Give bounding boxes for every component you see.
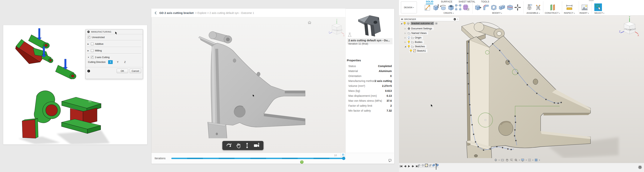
tree-row-named-views[interactable]: ▷ Named Views (404, 31, 428, 35)
fit-view-icon[interactable] (514, 158, 518, 162)
tab-sheet-metal[interactable]: SHEET METAL (458, 0, 475, 4)
timeline-body-feature[interactable] (421, 164, 424, 167)
milling-expand-icon[interactable]: ▶ (88, 50, 90, 52)
insert-group-label[interactable]: INSERT ▾ (580, 12, 589, 14)
direction-y-button[interactable]: Y (115, 60, 120, 64)
timeline-extrude-feature[interactable] (428, 164, 432, 167)
measure-button[interactable] (566, 4, 573, 11)
browser-header[interactable]: BROWSER ‖ (400, 17, 459, 21)
view-cube[interactable]: Y Z X FRONT RIGHT (619, 16, 640, 37)
settings-gear-icon[interactable] (638, 165, 642, 169)
tree-row-document-settings[interactable]: ▷ Document Settings (404, 26, 434, 30)
zoom-tool-icon[interactable] (510, 158, 513, 162)
workspace-selector[interactable]: DESIGN▾ (401, 2, 417, 13)
bulb-on-icon[interactable] (410, 49, 412, 52)
tree-row-bodies[interactable]: ▷ Bodies (404, 40, 424, 44)
collapsed-triangle-icon[interactable]: ▷ (404, 41, 406, 43)
grid-settings-icon[interactable] (528, 158, 531, 162)
zoom-icon[interactable] (245, 143, 249, 148)
tab-solid[interactable]: SOLID (426, 0, 433, 4)
collapse-dialog-icon[interactable] (88, 31, 90, 33)
bulb-on-icon[interactable] (408, 45, 410, 48)
pattern-button[interactable] (454, 4, 462, 11)
home-view-icon[interactable] (308, 21, 312, 24)
tree-row-sketches[interactable]: ◢ Sketches (404, 44, 426, 48)
cancel-button[interactable]: Cancel (130, 69, 141, 73)
chevron-down-icon[interactable]: ▾ (532, 159, 533, 161)
additive-checkbox[interactable] (91, 42, 94, 45)
fillet-button[interactable] (482, 4, 490, 11)
new-component-button[interactable] (526, 4, 534, 11)
collapse-browser-icon[interactable] (401, 18, 403, 20)
step-forward-button[interactable] (412, 165, 414, 168)
create-sketch-button[interactable] (424, 4, 431, 11)
combine-button[interactable] (498, 4, 506, 11)
bulb-off-icon[interactable] (408, 36, 410, 39)
outcome-bracket-model[interactable] (189, 20, 322, 138)
outcome-viewport[interactable]: Y Z X FRONT RIGHT (152, 17, 346, 153)
create-group-label[interactable]: CREATE ▾ (444, 12, 454, 14)
modify-group-label[interactable]: MODIFY ▾ (492, 12, 502, 14)
timeline-body-feature[interactable] (418, 164, 421, 167)
browser-root-row[interactable]: ◢ bracket outcome v2 (400, 21, 438, 25)
extrude-button[interactable] (432, 4, 439, 11)
outcome-card[interactable]: 2 axis cutting default syn - Ou... Itera… (347, 12, 392, 44)
create-form-button[interactable] (462, 4, 470, 11)
inspect-group-label[interactable]: INSPECT ▾ (564, 12, 575, 14)
collapsed-triangle-icon[interactable]: ▷ (404, 37, 406, 39)
direction-z-button[interactable]: Z (122, 60, 127, 64)
design-title[interactable]: GD 2 axis cutting bracket (159, 11, 194, 14)
back-icon[interactable] (154, 11, 157, 15)
joint-button[interactable] (534, 4, 542, 11)
direction-x-button[interactable]: X (108, 60, 113, 64)
dialog-header[interactable]: MANUFACTURING (86, 30, 143, 34)
iterations-slider-thumb[interactable] (342, 157, 345, 160)
activate-radio-icon[interactable] (435, 22, 438, 25)
shell-button[interactable] (490, 4, 498, 11)
step-back-button[interactable] (404, 165, 406, 168)
tab-tools[interactable]: TOOLS (481, 0, 489, 4)
collapsed-triangle-icon[interactable]: ▷ (404, 28, 406, 30)
bulb-on-icon[interactable] (404, 22, 406, 25)
iterations-slider[interactable] (171, 158, 344, 159)
pan-tool-icon[interactable] (506, 158, 509, 162)
two-axis-checkbox[interactable] (91, 56, 94, 59)
info-icon[interactable]: i (88, 70, 90, 72)
collapsed-triangle-icon[interactable]: ▷ (404, 32, 406, 34)
skip-to-start-button[interactable] (400, 165, 402, 168)
revolve-button[interactable] (440, 4, 447, 11)
displayed-iteration-marker[interactable] (300, 160, 304, 164)
chevron-down-icon[interactable]: ▾ (499, 159, 500, 161)
browser-minimize-icon[interactable] (454, 18, 456, 20)
additive-expand-icon[interactable]: ▶ (88, 43, 90, 45)
expanded-triangle-icon[interactable]: ◢ (404, 46, 406, 48)
camera-icon[interactable] (253, 143, 260, 148)
look-at-icon[interactable] (501, 158, 504, 162)
timeline-sketch-feature-selected[interactable] (425, 164, 428, 167)
unrestricted-checkbox[interactable] (88, 36, 90, 39)
construct-group-label[interactable]: CONSTRUCT ▾ (545, 12, 560, 14)
milling-checkbox[interactable] (91, 49, 94, 52)
press-pull-button[interactable] (474, 4, 482, 11)
browser-grip[interactable]: ‖ (457, 18, 458, 20)
construct-plane-button[interactable] (549, 4, 556, 11)
root-component-label[interactable]: bracket outcome v2 (410, 22, 434, 25)
select-group-label[interactable]: SELECT ▾ (594, 12, 604, 14)
move-button[interactable] (514, 4, 521, 11)
ok-button[interactable]: OK (117, 69, 128, 73)
two-axis-collapse-icon[interactable]: ▼ (88, 56, 90, 58)
breadcrumb[interactable]: > Explore > 2 axis cutting default syn -… (195, 12, 254, 14)
tree-row-sketch1[interactable]: Sketch1 (409, 49, 427, 53)
viewports-icon[interactable] (534, 158, 538, 162)
view-cube[interactable]: Y Z X FRONT RIGHT (328, 19, 345, 37)
select-button[interactable] (594, 4, 602, 11)
insert-image-button[interactable] (581, 4, 588, 11)
assemble-group-label[interactable]: ASSEMBLE ▾ (526, 12, 540, 14)
outcome-thumbnail[interactable] (347, 12, 392, 38)
chevron-down-icon[interactable]: ▾ (539, 159, 540, 161)
orbit-icon[interactable] (226, 143, 232, 148)
display-settings-icon[interactable] (521, 158, 524, 162)
bulb-on-icon[interactable] (408, 40, 410, 44)
timeline-position-marker[interactable] (435, 164, 438, 170)
tree-row-origin[interactable]: ▷ Origin (404, 36, 423, 40)
